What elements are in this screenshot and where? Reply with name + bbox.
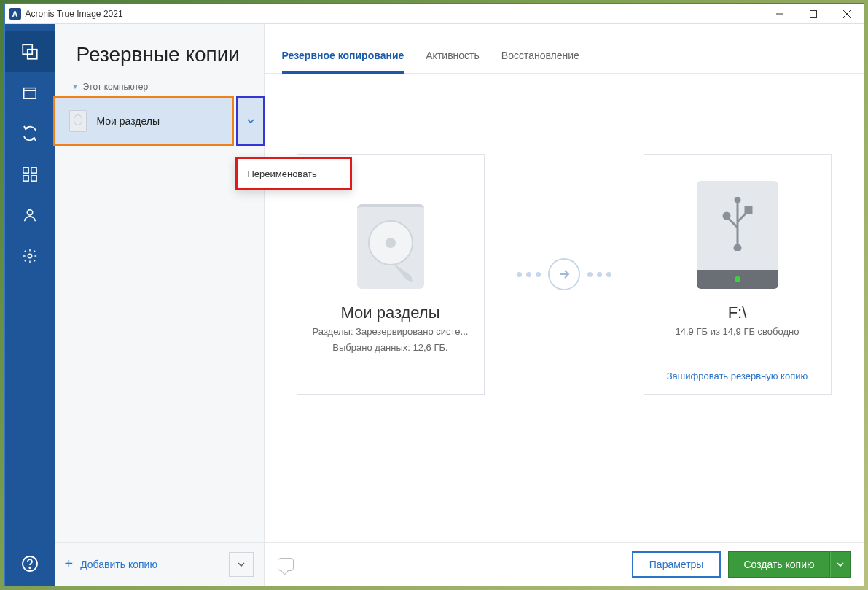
nav-sync-icon[interactable]	[5, 113, 55, 154]
tree-group-header[interactable]: ▼ Этот компьютер	[55, 80, 264, 98]
left-navbar	[5, 24, 55, 586]
svg-rect-10	[23, 176, 28, 181]
titlebar: A Acronis True Image 2021	[5, 4, 864, 24]
source-title: Мои разделы	[340, 303, 439, 322]
main-pane: Резервное копирование Активность Восстан…	[265, 24, 864, 586]
window-controls	[763, 4, 864, 24]
arrow-right-icon	[548, 258, 580, 290]
dots-right-icon	[587, 272, 611, 277]
svg-point-12	[27, 210, 32, 215]
svg-rect-1	[810, 10, 816, 17]
backup-config-area: Мои разделы Разделы: Зарезервировано сис…	[265, 74, 864, 586]
nav-tools-icon[interactable]	[5, 154, 55, 195]
plus-icon: +	[65, 556, 74, 572]
app-icon: A	[9, 8, 21, 20]
destination-line1: 14,9 ГБ из 14,9 ГБ свободно	[676, 325, 799, 338]
sidebar-heading: Резервные копии	[55, 24, 264, 80]
svg-rect-11	[31, 176, 36, 181]
add-backup-dropdown[interactable]	[229, 552, 254, 577]
svg-point-19	[735, 198, 740, 202]
hdd-icon	[69, 110, 87, 132]
maximize-button[interactable]	[797, 4, 830, 24]
nav-backup-icon[interactable]	[5, 31, 55, 72]
svg-point-18	[735, 245, 740, 251]
tab-activity[interactable]: Активность	[426, 50, 480, 73]
app-window: A Acronis True Image 2021	[4, 3, 864, 586]
add-backup-label: Добавить копию	[80, 559, 157, 570]
chevron-down-icon	[246, 117, 255, 125]
backup-item-menu-button[interactable]	[236, 96, 265, 146]
arrow-separator	[517, 154, 611, 395]
svg-point-13	[28, 254, 32, 258]
minimize-button[interactable]	[763, 4, 797, 24]
parameters-button[interactable]: Параметры	[632, 551, 722, 578]
source-line2: Выбрано данных: 12,6 ГБ.	[332, 341, 447, 354]
nav-account-icon[interactable]	[5, 195, 55, 236]
hdd-large-icon	[357, 204, 424, 289]
tab-backup[interactable]: Резервное копирование	[282, 50, 404, 73]
chevron-down-icon	[237, 560, 246, 569]
backup-list-sidebar: Резервные копии ▼ Этот компьютер Мои раз…	[55, 24, 265, 586]
svg-rect-8	[23, 168, 28, 173]
window-title: Acronis True Image 2021	[26, 9, 763, 19]
close-button[interactable]	[830, 4, 864, 24]
app-body: Резервные копии ▼ Этот компьютер Мои раз…	[5, 24, 864, 586]
backup-item-row: Мои разделы	[55, 98, 264, 146]
nav-archive-icon[interactable]	[5, 72, 55, 113]
svg-rect-9	[31, 168, 36, 173]
nav-help-icon[interactable]	[5, 542, 55, 586]
encrypt-link[interactable]: Зашифровать резервную копию	[667, 370, 808, 381]
svg-point-20	[724, 213, 730, 219]
chevron-down-icon	[837, 561, 844, 568]
destination-title: F:\	[728, 303, 747, 322]
add-backup-button[interactable]: + Добавить копию	[65, 556, 223, 572]
led-icon	[735, 276, 740, 282]
context-menu-rename[interactable]: Переименовать	[235, 157, 352, 190]
source-line1: Разделы: Зарезервировано систе...	[313, 325, 469, 338]
usb-drive-icon	[697, 181, 778, 289]
main-footer: Параметры Создать копию	[265, 542, 864, 586]
tab-bar: Резервное копирование Активность Восстан…	[265, 24, 864, 74]
context-menu-item-label: Переименовать	[248, 168, 317, 179]
sidebar-footer: + Добавить копию	[55, 542, 264, 586]
backup-item[interactable]: Мои разделы	[55, 98, 232, 144]
destination-card[interactable]: F:\ 14,9 ГБ из 14,9 ГБ свободно Зашифров…	[644, 154, 832, 395]
svg-rect-6	[23, 88, 36, 99]
backup-item-label: Мои разделы	[97, 115, 160, 127]
create-backup-button[interactable]: Создать копию	[728, 551, 829, 578]
selection-highlight-orange: Мои разделы	[53, 96, 234, 146]
comment-icon[interactable]	[278, 558, 294, 571]
nav-settings-icon[interactable]	[5, 236, 55, 276]
chevron-down-icon: ▼	[72, 83, 79, 90]
tree-group-label: Этот компьютер	[82, 82, 148, 92]
create-backup-dropdown[interactable]	[830, 551, 851, 578]
svg-rect-21	[746, 207, 751, 213]
tab-recovery[interactable]: Восстановление	[501, 50, 579, 73]
dots-left-icon	[517, 272, 541, 277]
svg-point-15	[29, 567, 31, 569]
